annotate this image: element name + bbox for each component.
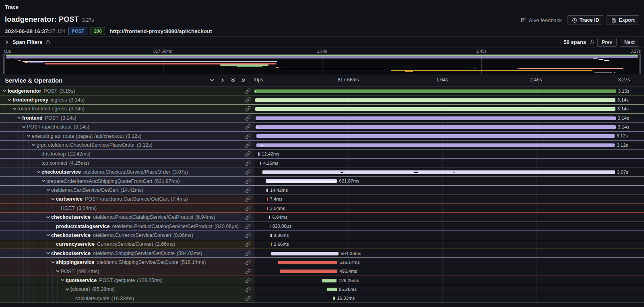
span-link-icon[interactable] xyxy=(245,286,254,292)
span-row[interactable]: cartservice POST /oteldemo.CartService/G… xyxy=(0,195,644,204)
span-row-timeline[interactable]: 3.12s xyxy=(254,141,644,149)
span-row-timeline[interactable]: 7.4ms xyxy=(254,195,644,203)
span-row[interactable]: checkoutservice oteldemo.ProductCatalogS… xyxy=(0,213,644,222)
minimap-left-handle[interactable] xyxy=(4,55,5,74)
span-bar[interactable] xyxy=(278,261,337,264)
minimap-right-handle[interactable] xyxy=(639,55,640,74)
span-row-timeline[interactable]: 85.26ms xyxy=(254,285,644,294)
span-link-icon[interactable] xyxy=(245,133,254,139)
span-link-icon[interactable] xyxy=(245,278,254,283)
span-row-timeline[interactable]: 584.03ms xyxy=(254,249,644,257)
span-row[interactable]: productcatalogservice oteldemo.ProductCa… xyxy=(0,222,644,231)
span-row-left[interactable]: shippingservice oteldemo.ShippingService… xyxy=(0,258,254,266)
chevron-down-icon[interactable] xyxy=(46,188,51,192)
chevron-down-icon[interactable] xyxy=(56,269,61,274)
span-row[interactable]: POST (495.4ms) 495.4ms xyxy=(0,267,644,276)
expand-one-level-icon[interactable] xyxy=(210,78,215,83)
span-row-timeline[interactable]: 8.86ms xyxy=(254,231,644,239)
chevron-down-icon[interactable] xyxy=(2,89,8,93)
span-bar[interactable] xyxy=(327,288,337,291)
chevron-down-icon[interactable] xyxy=(65,287,70,292)
span-link-icon[interactable] xyxy=(245,178,254,184)
span-row-left[interactable]: oteldemo.CartService/GetCart (14.42ms) xyxy=(0,186,254,194)
span-row-timeline[interactable]: 3.07s xyxy=(254,168,644,176)
chevron-down-icon[interactable] xyxy=(41,179,46,183)
span-row-timeline[interactable]: 3.14s xyxy=(254,105,644,113)
span-bar[interactable] xyxy=(254,89,616,93)
span-row-left[interactable]: frontend POST (3.14s) xyxy=(0,114,254,122)
span-row-left[interactable]: quoteservice POST /getquote (128.25ms) xyxy=(0,276,254,284)
span-row-left[interactable]: grpc.oteldemo.CheckoutService/PlaceOrder… xyxy=(0,141,254,149)
collapse-one-level-icon[interactable] xyxy=(220,78,225,83)
span-row[interactable]: checkoutservice oteldemo.CheckoutService… xyxy=(0,168,644,177)
span-row[interactable]: tcp.connect (4.25ms) 4.25ms xyxy=(0,159,644,168)
span-link-icon[interactable] xyxy=(245,88,254,94)
panel-resize-handle[interactable]: ‖ xyxy=(254,78,256,82)
span-link-icon[interactable] xyxy=(245,160,254,166)
chevron-down-icon[interactable] xyxy=(22,125,27,129)
span-row[interactable]: frontend-proxy ingress (3.14s) 3.14s xyxy=(0,95,644,104)
span-bar[interactable] xyxy=(280,270,337,273)
trace-id-button[interactable]: Trace ID xyxy=(568,15,604,25)
span-row-timeline[interactable]: 128.25ms xyxy=(254,276,644,284)
span-link-icon[interactable] xyxy=(245,142,254,148)
span-bar[interactable] xyxy=(322,279,336,282)
span-row-left[interactable]: tcp.connect (4.25ms) xyxy=(0,159,254,167)
span-row[interactable]: router frontend egress (3.14s) 3.14s xyxy=(0,105,644,114)
span-row-timeline[interactable]: 621.87ms xyxy=(254,177,644,185)
span-row-timeline[interactable]: 3.14s xyxy=(254,114,644,122)
span-row-timeline[interactable]: 3.12s xyxy=(254,132,644,140)
chevron-down-icon[interactable] xyxy=(27,134,32,138)
span-row-timeline[interactable]: 6.94ms xyxy=(254,213,644,221)
span-row[interactable]: POST /api/checkout (3.14s) 3.14s xyxy=(0,123,644,132)
span-link-icon[interactable] xyxy=(245,224,254,229)
span-bar[interactable] xyxy=(256,134,615,138)
span-row-left[interactable]: frontend-proxy ingress (3.14s) xyxy=(0,95,254,104)
expand-all-icon[interactable] xyxy=(231,78,235,83)
chevron-down-icon[interactable] xyxy=(12,107,17,111)
span-bar[interactable] xyxy=(262,170,615,174)
export-button[interactable]: Export xyxy=(607,15,639,25)
span-row-left[interactable]: HGET (3.04ms) xyxy=(0,204,254,212)
span-link-icon[interactable] xyxy=(245,151,254,157)
span-row[interactable]: oteldemo.CartService/GetCart (14.42ms) 1… xyxy=(0,186,644,195)
span-row-timeline[interactable]: 3.04ms xyxy=(254,204,644,212)
span-row-timeline[interactable]: 4.25ms xyxy=(254,159,644,167)
chevron-down-icon[interactable] xyxy=(46,233,51,237)
span-row-left[interactable]: productcatalogservice oteldemo.ProductCa… xyxy=(0,222,254,230)
span-row-timeline[interactable]: 14.42ms xyxy=(254,186,644,194)
chevron-down-icon[interactable] xyxy=(60,278,66,282)
span-link-icon[interactable] xyxy=(245,241,254,247)
span-row-timeline[interactable]: 12.42ms xyxy=(254,150,644,158)
span-row-left[interactable]: cartservice POST /oteldemo.CartService/G… xyxy=(0,195,254,203)
span-row-left[interactable]: executing api route (pages) /api/checkou… xyxy=(0,132,254,140)
chevron-down-icon[interactable] xyxy=(46,251,51,255)
span-bar[interactable] xyxy=(255,98,615,102)
span-link-icon[interactable] xyxy=(245,232,254,238)
span-row-timeline[interactable]: 820.08μs xyxy=(254,222,644,230)
span-row[interactable]: frontend POST (3.14s) 3.14s xyxy=(0,114,644,122)
span-row[interactable]: {closure} (85.26ms) 85.26ms xyxy=(0,285,644,294)
span-row[interactable]: executing api route (pages) /api/checkou… xyxy=(0,132,644,141)
span-link-icon[interactable] xyxy=(245,124,254,130)
chevron-down-icon[interactable] xyxy=(17,116,22,120)
chevron-down-icon[interactable] xyxy=(46,215,51,220)
span-row-left[interactable]: dns.lookup (12.42ms) xyxy=(0,150,254,158)
span-row-left[interactable]: loadgenerator POST (3.15s) xyxy=(0,87,254,95)
span-row-left[interactable]: checkoutservice oteldemo.CurrencyService… xyxy=(0,231,254,239)
span-row-left[interactable]: checkoutservice oteldemo.ShippingService… xyxy=(0,249,254,257)
span-bar[interactable] xyxy=(256,143,615,147)
span-row-timeline[interactable]: 16.33ms xyxy=(254,294,644,303)
span-row[interactable]: HGET (3.04ms) 3.04ms xyxy=(0,204,644,213)
span-row-left[interactable]: router frontend egress (3.14s) xyxy=(0,105,254,113)
span-row[interactable]: grpc.oteldemo.CheckoutService/PlaceOrder… xyxy=(0,141,644,149)
minimap-canvas[interactable] xyxy=(3,54,641,74)
span-row-left[interactable]: checkoutservice oteldemo.CheckoutService… xyxy=(0,168,254,176)
prev-button[interactable]: Prev xyxy=(597,38,617,47)
span-row-timeline[interactable]: 3.15s xyxy=(254,87,644,95)
span-bar[interactable] xyxy=(256,125,616,129)
span-filters-toggle[interactable]: Span Filters xyxy=(5,39,50,45)
span-row[interactable]: checkoutservice oteldemo.CurrencyService… xyxy=(0,231,644,240)
span-link-icon[interactable] xyxy=(245,187,254,193)
chevron-down-icon[interactable] xyxy=(36,170,41,174)
